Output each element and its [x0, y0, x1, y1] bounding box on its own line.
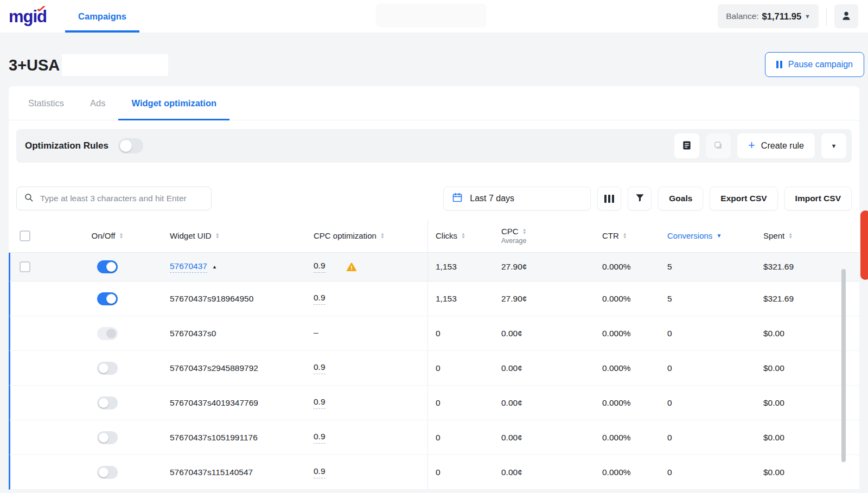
- sort-icon: ▲▼: [461, 233, 465, 239]
- balance-label: Balance:: [726, 11, 758, 21]
- cpc-value: 27.90¢: [494, 253, 595, 281]
- plus-icon: +: [748, 139, 755, 151]
- tab-ads[interactable]: Ads: [90, 86, 105, 120]
- nav-right-group: Balance: $1,711.95 ▼: [718, 4, 868, 28]
- tab-statistics[interactable]: Statistics: [28, 86, 64, 120]
- row-toggle[interactable]: [97, 260, 118, 273]
- column-header-onoff[interactable]: On/Off ▲▼: [45, 219, 170, 252]
- table-row: 57670437s0 ▲ – 0 0.00¢ 0.000% 0 $0.00: [9, 316, 859, 351]
- cpc-optimization-value[interactable]: 0.9: [314, 261, 326, 273]
- columns-button[interactable]: [597, 187, 621, 210]
- clicks-value: 1,153: [427, 281, 494, 316]
- sort-icon: ▲▼: [215, 233, 220, 239]
- conversions-value: 0: [660, 455, 756, 489]
- ctr-value: 0.000%: [595, 455, 660, 489]
- column-header-conversions[interactable]: Conversions ▼: [660, 219, 756, 252]
- widget-uid: 57670437s0: [170, 329, 216, 338]
- rules-list-button[interactable]: [674, 133, 699, 158]
- table-row: 57670437s918964950 ▲ 0.9 1,153 27.90¢ 0.…: [9, 281, 859, 316]
- conversions-value: 0: [660, 386, 756, 420]
- goals-button[interactable]: Goals: [658, 187, 703, 210]
- create-rule-button[interactable]: + Create rule: [737, 133, 815, 158]
- top-nav: mgid ✓ Campaigns Balance: $1,711.95 ▼: [0, 0, 868, 33]
- warning-icon: [346, 261, 357, 272]
- table-row: 57670437s1051991176 ▲ 0.9 0 0.00¢ 0.000%…: [9, 420, 859, 455]
- column-header-spent[interactable]: Spent ▲▼: [756, 219, 859, 252]
- column-header-cpc[interactable]: CPC ▲▼ Average: [494, 219, 595, 252]
- cpc-optimization-value[interactable]: 0.9: [314, 397, 326, 409]
- tab-widget-optimization[interactable]: Widget optimization: [131, 86, 216, 120]
- sort-icon: ▲▼: [119, 233, 124, 239]
- rules-list-icon: [681, 140, 692, 152]
- table-row: 57670437 ▲ 0.9 1,153 27.90¢ 0.000% 5 $32…: [9, 253, 859, 281]
- widget-uid: 57670437s1051991176: [170, 433, 258, 443]
- redacted-nav-area: [376, 4, 487, 27]
- column-header-widget-uid[interactable]: Widget UID ▲▼: [170, 219, 314, 252]
- row-toggle[interactable]: [97, 396, 118, 409]
- page-title: 3+USA: [9, 56, 60, 74]
- ctr-value: 0.000%: [595, 316, 660, 350]
- search-input[interactable]: [39, 193, 204, 204]
- column-header-ctr[interactable]: CTR ▲▼: [595, 219, 660, 252]
- row-toggle[interactable]: [97, 362, 118, 375]
- cpc-value: 0.00¢: [494, 351, 595, 385]
- ctr-value: 0.000%: [595, 386, 660, 420]
- cpc-optimization-value[interactable]: 0.9: [314, 466, 326, 478]
- cpc-optimization-value[interactable]: 0.9: [314, 362, 326, 374]
- cpc-value: 0.00¢: [494, 386, 595, 420]
- conversions-value: 0: [660, 351, 756, 385]
- create-rule-label: Create rule: [761, 141, 804, 151]
- widget-uid: 57670437s115140547: [170, 468, 253, 477]
- clicks-value: 0: [427, 455, 494, 489]
- table-row: 57670437s2945889792 ▲ 0.9 0 0.00¢ 0.000%…: [9, 351, 859, 386]
- chevron-down-icon: ▼: [831, 143, 837, 149]
- import-csv-button[interactable]: Import CSV: [784, 187, 852, 210]
- filter-button[interactable]: [628, 187, 652, 210]
- copy-icon: [713, 140, 724, 152]
- table-toolbar: Last 7 days Goals Export CSV Import CSV: [9, 171, 859, 219]
- pause-campaign-button[interactable]: Pause campaign: [765, 52, 864, 77]
- widget-uid: 57670437s2945889792: [170, 363, 258, 373]
- widget-uid: 57670437s918964950: [170, 294, 253, 304]
- select-all-checkbox[interactable]: [20, 231, 30, 241]
- row-toggle[interactable]: [97, 466, 118, 479]
- rules-more-dropdown[interactable]: ▼: [821, 133, 846, 158]
- widget-uid[interactable]: 57670437: [170, 261, 207, 273]
- cpc-optimization-value[interactable]: 0.9: [314, 432, 326, 444]
- redacted-title-area: [62, 54, 168, 76]
- main-card: Statistics Ads Widget optimization Optim…: [9, 86, 859, 490]
- column-header-cpc-optimization[interactable]: CPC optimization ▲▼: [314, 219, 427, 252]
- date-range-picker[interactable]: Last 7 days: [443, 187, 591, 210]
- conversions-value: 0: [660, 420, 756, 454]
- cpc-value: 0.00¢: [494, 455, 595, 489]
- nav-tab-label: Campaigns: [78, 11, 126, 22]
- row-toggle[interactable]: [97, 431, 118, 444]
- optimization-rules-toggle[interactable]: [118, 138, 143, 153]
- optimization-rules-label: Optimization Rules: [25, 140, 108, 151]
- sort-icon: ▲▼: [788, 233, 793, 239]
- nav-tab-campaigns[interactable]: Campaigns: [65, 0, 139, 33]
- ctr-value: 0.000%: [595, 253, 660, 281]
- page-header: 3+USA Pause campaign: [0, 33, 868, 86]
- column-header-clicks[interactable]: Clicks ▲▼: [427, 219, 494, 252]
- export-csv-button[interactable]: Export CSV: [710, 187, 777, 210]
- sort-desc-icon: ▼: [716, 233, 722, 239]
- row-toggle[interactable]: [97, 292, 118, 305]
- mgid-logo[interactable]: mgid ✓: [9, 8, 47, 25]
- ctr-value: 0.000%: [595, 281, 660, 316]
- balance-dropdown[interactable]: Balance: $1,711.95 ▼: [718, 4, 819, 28]
- row-toggle[interactable]: [97, 327, 118, 340]
- search-box: [16, 187, 212, 210]
- row-checkbox[interactable]: [20, 261, 30, 272]
- columns-icon: [604, 195, 614, 203]
- cpc-value: 0.00¢: [494, 316, 595, 350]
- filter-icon: [635, 193, 645, 204]
- pause-icon: [776, 61, 782, 68]
- balance-value: $1,711.95: [762, 11, 802, 22]
- scrollbar-thumb[interactable]: [841, 269, 846, 462]
- collapse-caret-icon[interactable]: ▲: [212, 264, 217, 270]
- clicks-value: 0: [427, 316, 494, 350]
- cpc-optimization-value[interactable]: 0.9: [314, 293, 326, 305]
- duplicate-rules-button[interactable]: [706, 133, 731, 158]
- user-avatar-button[interactable]: [834, 4, 858, 28]
